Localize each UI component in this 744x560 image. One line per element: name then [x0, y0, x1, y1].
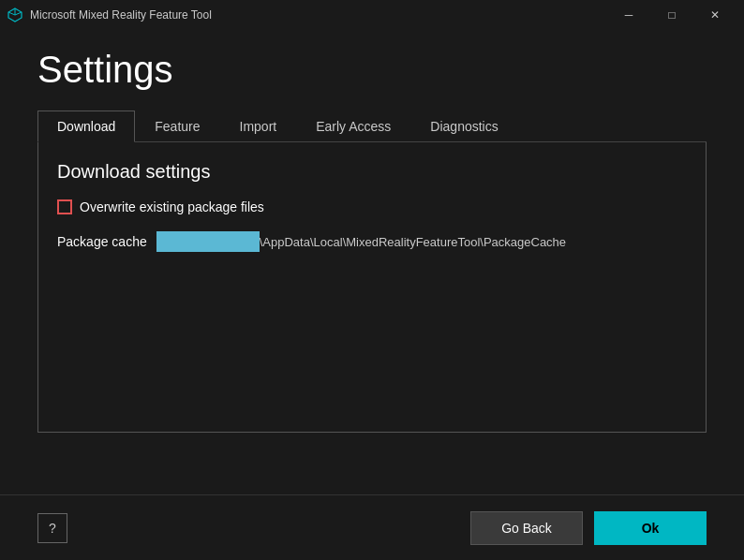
download-settings-title: Download settings	[57, 161, 687, 183]
go-back-button[interactable]: Go Back	[470, 511, 583, 545]
app-icon	[7, 7, 22, 22]
ok-button[interactable]: Ok	[594, 511, 707, 545]
title-bar: Microsoft Mixed Reality Feature Tool ─ □…	[0, 0, 744, 30]
close-button[interactable]: ✕	[693, 0, 737, 30]
tab-early-access[interactable]: Early Access	[296, 111, 410, 142]
package-cache-input[interactable]: \AppData\Local\MixedRealityFeatureTool\P…	[156, 231, 687, 252]
minimize-button[interactable]: ─	[607, 0, 650, 30]
tab-download[interactable]: Download	[37, 111, 135, 142]
package-cache-row: Package cache \AppData\Local\MixedRealit…	[57, 231, 687, 252]
title-bar-controls: ─ □ ✕	[607, 0, 737, 30]
overwrite-checkbox[interactable]	[57, 199, 72, 214]
svg-line-2	[8, 12, 15, 15]
title-bar-title: Microsoft Mixed Reality Feature Tool	[30, 8, 212, 22]
tab-diagnostics[interactable]: Diagnostics	[410, 111, 517, 142]
tabs-container: Download Feature Import Early Access Dia…	[37, 110, 707, 142]
page-title: Settings	[37, 49, 707, 91]
overwrite-checkbox-row: Overwrite existing package files	[57, 199, 687, 214]
title-bar-left: Microsoft Mixed Reality Feature Tool	[7, 7, 212, 22]
maximize-button[interactable]: □	[650, 0, 693, 30]
overwrite-label: Overwrite existing package files	[80, 199, 264, 214]
package-cache-label: Package cache	[57, 234, 147, 249]
package-cache-path: \AppData\Local\MixedRealityFeatureTool\P…	[260, 235, 566, 249]
tab-feature[interactable]: Feature	[135, 111, 219, 142]
svg-line-3	[15, 12, 22, 15]
help-button[interactable]: ?	[37, 513, 67, 543]
tab-import[interactable]: Import	[220, 111, 297, 142]
package-cache-highlight	[156, 231, 260, 252]
bottom-bar: ? Go Back Ok	[0, 494, 744, 560]
main-content: Settings Download Feature Import Early A…	[0, 30, 744, 451]
download-tab-panel: Download settings Overwrite existing pac…	[37, 142, 707, 433]
bottom-right-buttons: Go Back Ok	[470, 511, 707, 545]
